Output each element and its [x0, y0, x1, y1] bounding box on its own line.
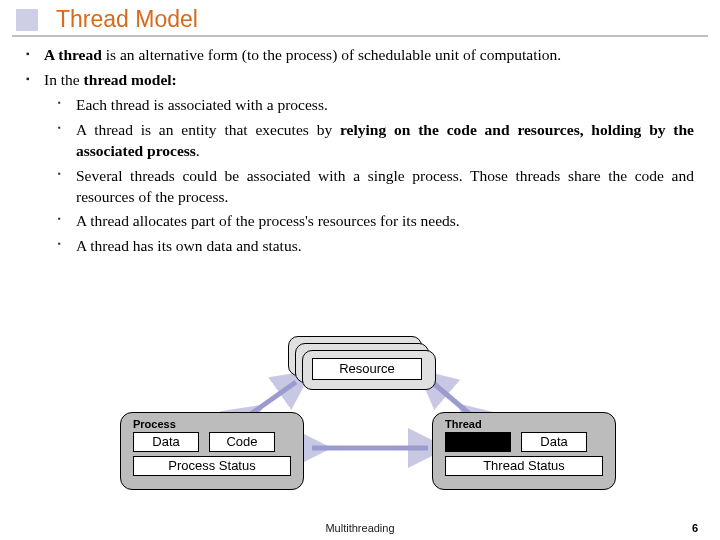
- slide-title: Thread Model: [56, 6, 198, 33]
- title-square-icon: [16, 9, 38, 31]
- content-area: A thread is an alternative form (to the …: [0, 45, 720, 257]
- bullet-2: In the thread model: Each thread is asso…: [26, 70, 694, 257]
- page-number: 6: [692, 522, 698, 534]
- svg-line-3: [432, 382, 472, 416]
- sub2-post: .: [196, 142, 200, 159]
- thread-data-label: Data: [521, 432, 587, 452]
- resource-stack: Resource: [288, 336, 436, 392]
- process-status-label: Process Status: [133, 456, 291, 476]
- process-title: Process: [121, 413, 303, 432]
- bullet-1-bold: A thread: [44, 46, 102, 63]
- sub-bullet-2: A thread is an entity that executes by r…: [44, 120, 694, 162]
- diagram: Resource Process Data Code Process Statu…: [0, 336, 720, 506]
- sub-bullet-1: Each thread is associated with a process…: [44, 95, 694, 116]
- bullet-2-bold: thread model:: [84, 71, 177, 88]
- resource-label: Resource: [312, 358, 422, 380]
- bullet-1-text: is an alternative form (to the process) …: [102, 46, 561, 63]
- title-bar: Thread Model: [12, 0, 708, 37]
- thread-black-box-icon: [445, 432, 511, 452]
- thread-title: Thread: [433, 413, 615, 432]
- footer-text: Multithreading: [0, 522, 720, 534]
- bullet-1: A thread is an alternative form (to the …: [26, 45, 694, 66]
- bullet-2-pre: In the: [44, 71, 84, 88]
- sub-bullet-5: A thread has its own data and status.: [44, 236, 694, 257]
- process-box: Process Data Code Process Status: [120, 412, 304, 490]
- process-code-label: Code: [209, 432, 275, 452]
- thread-status-label: Thread Status: [445, 456, 603, 476]
- sub-bullet-4: A thread allocates part of the process's…: [44, 211, 694, 232]
- sub-bullet-3: Several threads could be associated with…: [44, 166, 694, 208]
- sub2-pre: A thread is an entity that executes by: [76, 121, 340, 138]
- thread-box: Thread Data Thread Status: [432, 412, 616, 490]
- process-data-label: Data: [133, 432, 199, 452]
